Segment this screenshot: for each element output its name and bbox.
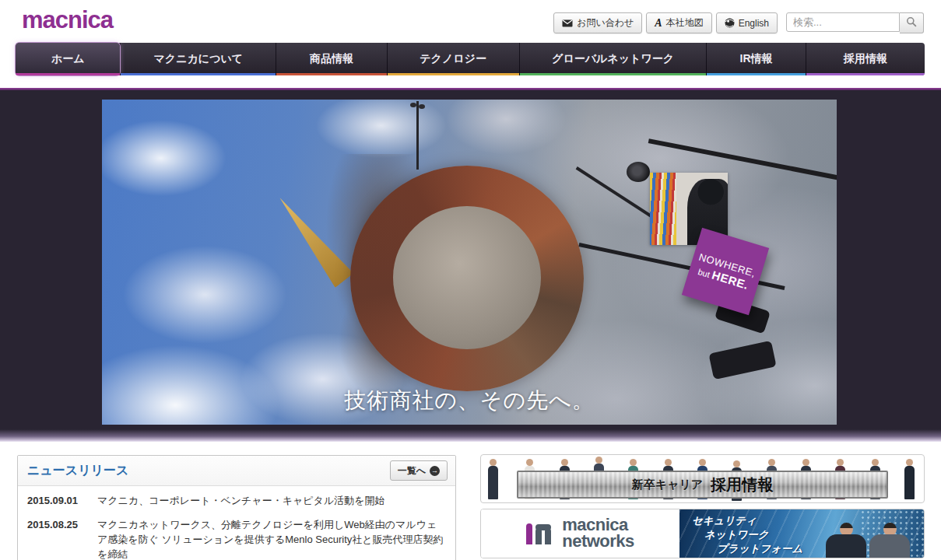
recruit-label-small: 新卒キャリア: [632, 478, 703, 492]
news-release-panel: ニュースリリース 一覧へ → 2015.09.01 マクニカ、コーポレート・ベン…: [17, 455, 456, 560]
macnica-logo[interactable]: macnica: [22, 6, 113, 34]
nav-label: テクノロジー: [420, 52, 486, 66]
globe-icon: [725, 18, 735, 28]
site-header: macnica お問い合わせ A 本社地図 English: [0, 0, 941, 43]
news-item[interactable]: 2015.08.25 マクニカネットワークス、分離テクノロジーを利用しWeb経由…: [27, 518, 446, 560]
nav-label: マクニカについて: [153, 52, 243, 66]
networks-logo-text: macnica networks: [562, 517, 634, 550]
nav-accent-bar: [520, 73, 707, 75]
nav-label: 採用情報: [844, 52, 887, 66]
streetlight-lamp: [627, 162, 650, 182]
nav-accent-bar: [707, 73, 805, 75]
person-figure: [904, 459, 918, 502]
nav-tab-global-network[interactable]: グローバルネットワーク: [519, 43, 707, 75]
map-icon: A: [655, 18, 662, 29]
lamp-post: [416, 101, 419, 170]
nav-accent-bar: [16, 73, 120, 75]
networks-banner-art: セキュリティ ネットワーク プラットフォーム: [679, 509, 924, 558]
nav-accent-bar: [806, 73, 925, 75]
news-header: ニュースリリース 一覧へ →: [18, 456, 455, 486]
english-label: English: [739, 18, 769, 29]
site-search: [786, 12, 924, 33]
nav-label: 商品情報: [310, 52, 353, 66]
recruit-banner-bar: 新卒キャリア 採用情報: [517, 471, 888, 499]
search-button[interactable]: [900, 12, 924, 33]
news-title: ニュースリリース: [27, 463, 128, 479]
networks-logo-area: macnica networks: [481, 509, 679, 558]
news-item[interactable]: 2015.09.01 マクニカ、コーポレート・ベンチャー・キャピタル活動を開始: [27, 494, 446, 509]
news-view-all-button[interactable]: 一覧へ →: [390, 460, 448, 481]
nav-tab-products[interactable]: 商品情報: [276, 43, 386, 75]
macnica-networks-logo-icon: [526, 520, 553, 547]
hq-map-button[interactable]: A 本社地図: [646, 12, 711, 33]
person-figure: [487, 459, 501, 502]
hero-band: NOWHERE, but HERE. 技術商社の、その先へ。: [0, 88, 941, 442]
traffic-light: [708, 341, 776, 380]
recruit-banner[interactable]: 新卒キャリア 採用情報: [480, 454, 925, 503]
hero-caption: 技術商社の、その先へ。: [102, 386, 837, 415]
view-all-label: 一覧へ: [398, 464, 426, 478]
person-figure: [869, 523, 910, 558]
news-list: 2015.09.01 マクニカ、コーポレート・ベンチャー・キャピタル活動を開始 …: [18, 486, 455, 560]
tiny-planet: [350, 166, 584, 391]
nav-accent-bar: [388, 73, 519, 75]
english-button[interactable]: English: [716, 12, 778, 33]
tiny-planet-plaza: [393, 206, 541, 349]
arrow-circle-icon: →: [430, 466, 440, 476]
main-nav: ホーム マクニカについて 商品情報 テクノロジー グローバルネットワーク IR情…: [16, 43, 925, 75]
nav-tab-technology[interactable]: テクノロジー: [387, 43, 519, 75]
search-icon: [906, 16, 917, 30]
macnica-networks-banner[interactable]: macnica networks セキュリティ ネットワーク プラットフォーム: [480, 509, 925, 558]
nav-accent-bar: [276, 73, 386, 75]
macnica-homepage: macnica お問い合わせ A 本社地図 English: [0, 0, 941, 560]
nav-tab-home[interactable]: ホーム: [16, 43, 120, 75]
nav-tab-ir[interactable]: IR情報: [706, 43, 805, 75]
contact-label: お問い合わせ: [577, 16, 634, 30]
nav-accent-bar: [121, 73, 276, 75]
nav-label: ホーム: [51, 52, 85, 66]
hero-slide-photo: NOWHERE, but HERE. 技術商社の、その先へ。: [102, 100, 837, 425]
news-link[interactable]: マクニカ、コーポレート・ベンチャー・キャピタル活動を開始: [97, 494, 384, 509]
person-figure: [826, 523, 866, 558]
search-input[interactable]: [786, 12, 900, 32]
news-date: 2015.09.01: [27, 494, 88, 509]
networks-tagline: セキュリティ ネットワーク プラットフォーム: [692, 514, 802, 556]
nav-tab-about[interactable]: マクニカについて: [120, 43, 276, 75]
news-date: 2015.08.25: [27, 518, 88, 560]
news-link[interactable]: マクニカネットワークス、分離テクノロジーを利用しWeb経由のマルウェア感染を防ぐ…: [97, 518, 446, 560]
nav-tab-recruit[interactable]: 採用情報: [806, 43, 925, 75]
header-controls: お問い合わせ A 本社地図 English: [553, 12, 924, 33]
nav-label: IR情報: [740, 52, 773, 66]
map-label: 本社地図: [666, 16, 704, 30]
contact-button[interactable]: お問い合わせ: [553, 12, 642, 33]
mail-icon: [562, 19, 573, 27]
recruit-label-large: 採用情報: [711, 474, 773, 495]
nav-label: グローバルネットワーク: [552, 52, 674, 66]
